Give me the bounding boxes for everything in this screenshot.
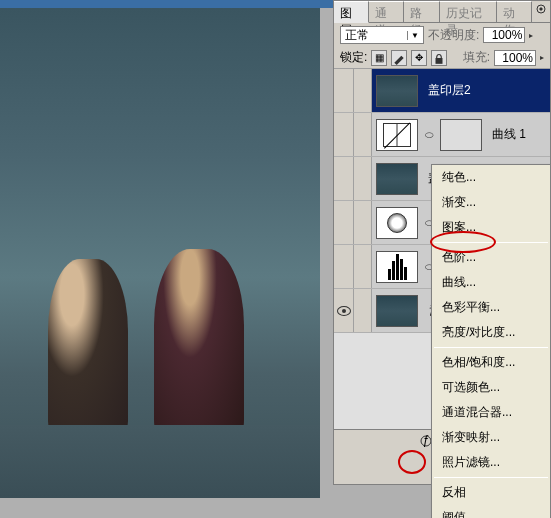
menu-item-threshold[interactable]: 阈值... xyxy=(432,505,550,518)
link-toggle[interactable] xyxy=(354,201,372,244)
menu-item-curves[interactable]: 曲线... xyxy=(432,270,550,295)
menu-item-color-balance[interactable]: 色彩平衡... xyxy=(432,295,550,320)
menu-separator xyxy=(434,347,548,348)
menu-item-levels[interactable]: 色阶... xyxy=(432,245,550,270)
eye-icon xyxy=(337,306,351,316)
tab-paths[interactable]: 路径 xyxy=(404,1,439,22)
adjustment-layer-menu: 纯色... 渐变... 图案... 色阶... 曲线... 色彩平衡... 亮度… xyxy=(431,164,551,518)
lock-move-icon[interactable]: ✥ xyxy=(411,50,427,66)
fill-label: 填充: xyxy=(463,49,490,66)
blend-mode-row: 正常 ▼ 不透明度: 100% ▸ xyxy=(334,23,550,47)
link-toggle[interactable] xyxy=(354,289,372,332)
layer-thumbnail[interactable] xyxy=(376,163,418,195)
fill-input[interactable]: 100% xyxy=(494,50,536,66)
tab-actions[interactable]: 动作 xyxy=(497,1,532,22)
link-toggle[interactable] xyxy=(354,157,372,200)
lock-label: 锁定: xyxy=(340,49,367,66)
layer-name[interactable]: 曲线 1 xyxy=(486,126,526,143)
visibility-toggle[interactable] xyxy=(334,69,354,112)
panel-tabs: 图层 通道 路径 历史记录 动作 xyxy=(334,1,550,23)
menu-item-selective-color[interactable]: 可选颜色... xyxy=(432,375,550,400)
menu-separator xyxy=(434,242,548,243)
lock-all-icon[interactable] xyxy=(431,50,447,66)
link-toggle[interactable] xyxy=(354,69,372,112)
link-toggle[interactable] xyxy=(354,113,372,156)
visibility-toggle[interactable] xyxy=(334,157,354,200)
blend-mode-value: 正常 xyxy=(345,27,369,44)
opacity-arrow-icon[interactable]: ▸ xyxy=(529,31,533,40)
layer-row[interactable]: ⬭ 曲线 1 xyxy=(334,113,550,157)
layer-name[interactable]: 盖印层2 xyxy=(422,82,471,99)
layer-row[interactable]: 盖印层2 xyxy=(334,69,550,113)
layer-thumbnail[interactable] xyxy=(376,207,418,239)
layer-thumbnail[interactable] xyxy=(376,119,418,151)
canvas-image xyxy=(0,8,320,498)
menu-item-photo-filter[interactable]: 照片滤镜... xyxy=(432,450,550,475)
lock-transparent-icon[interactable]: ▦ xyxy=(371,50,387,66)
layer-thumbnail[interactable] xyxy=(376,251,418,283)
link-toggle[interactable] xyxy=(354,245,372,288)
opacity-label: 不透明度: xyxy=(428,27,479,44)
menu-item-channel-mixer[interactable]: 通道混合器... xyxy=(432,400,550,425)
document-canvas[interactable] xyxy=(0,8,320,498)
lock-row: 锁定: ▦ ✥ 填充: 100% ▸ xyxy=(334,47,550,69)
layer-thumbnail[interactable] xyxy=(376,75,418,107)
menu-separator xyxy=(434,477,548,478)
visibility-toggle[interactable] xyxy=(334,113,354,156)
lock-brush-icon[interactable] xyxy=(391,50,407,66)
menu-item-brightness-contrast[interactable]: 亮度/对比度... xyxy=(432,320,550,345)
menu-item-solid-color[interactable]: 纯色... xyxy=(432,165,550,190)
svg-rect-1 xyxy=(436,58,443,64)
tab-channels[interactable]: 通道 xyxy=(369,1,404,22)
tab-history[interactable]: 历史记录 xyxy=(440,1,497,22)
fill-arrow-icon[interactable]: ▸ xyxy=(540,53,544,62)
menu-item-gradient-map[interactable]: 渐变映射... xyxy=(432,425,550,450)
menu-item-hue-saturation[interactable]: 色相/饱和度... xyxy=(432,350,550,375)
tab-layers[interactable]: 图层 xyxy=(334,1,369,23)
opacity-input[interactable]: 100% xyxy=(483,27,525,43)
visibility-toggle[interactable] xyxy=(334,245,354,288)
panel-menu-icon[interactable] xyxy=(532,1,550,22)
layer-thumbnail[interactable] xyxy=(376,295,418,327)
blend-mode-select[interactable]: 正常 ▼ xyxy=(340,26,424,44)
chevron-down-icon: ▼ xyxy=(407,31,419,40)
visibility-toggle[interactable] xyxy=(334,201,354,244)
menu-item-invert[interactable]: 反相 xyxy=(432,480,550,505)
layer-mask-thumbnail[interactable] xyxy=(440,119,482,151)
svg-text:ƒ: ƒ xyxy=(423,434,430,447)
mask-link-icon[interactable]: ⬭ xyxy=(424,128,434,142)
visibility-toggle[interactable] xyxy=(334,289,354,332)
menu-item-pattern[interactable]: 图案... xyxy=(432,215,550,240)
menu-item-gradient[interactable]: 渐变... xyxy=(432,190,550,215)
